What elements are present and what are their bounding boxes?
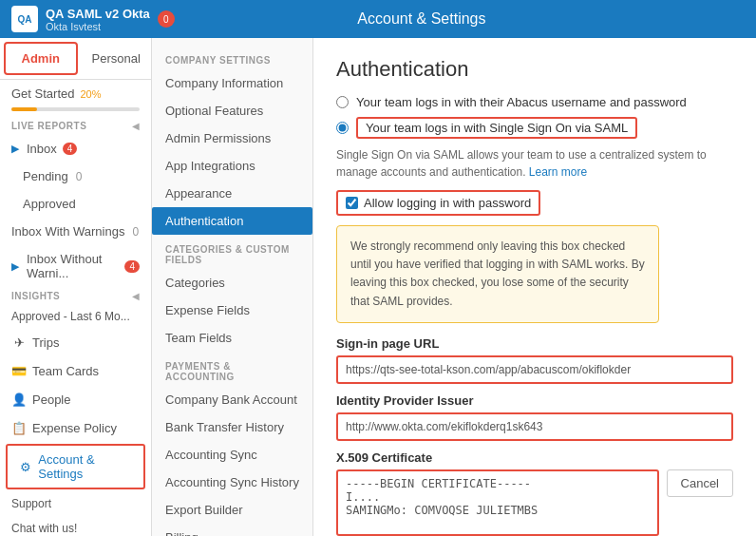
sidebar-item-approved[interactable]: Approved (0, 190, 151, 218)
mid-section-company-settings: COMPANY SETTINGS (152, 46, 312, 69)
mid-item-billing[interactable]: Billing (152, 524, 312, 536)
inbox-no-warn-expand-icon: ▶ (11, 260, 19, 273)
sign-in-url-input[interactable] (336, 355, 733, 384)
mid-item-authentication[interactable]: Authentication (152, 207, 312, 235)
mid-section-payments: PAYMENTS & ACCOUNTING (152, 352, 312, 386)
mid-item-company-information[interactable]: Company Information (152, 69, 312, 97)
sidebar-item-account-settings[interactable]: ⚙ Account & Settings (6, 444, 145, 489)
chat-link[interactable]: Chat with us! (0, 516, 151, 536)
team-cards-icon: 💳 (11, 363, 27, 378)
insights-collapse-icon[interactable]: ◀ (132, 291, 140, 301)
sidebar-item-pending[interactable]: Pending 0 (0, 163, 151, 190)
radio-password-label: Your team logs in with their Abacus user… (356, 95, 687, 109)
sidebar-item-expense-policy[interactable]: 📋 Expense Policy (0, 413, 151, 442)
account-settings-icon: ⚙ (19, 459, 32, 474)
idp-issuer-label: Identity Provider Issuer (336, 393, 733, 408)
live-reports-collapse-icon[interactable]: ◀ (132, 121, 140, 131)
company-name: QA SAML v2 Okta Okta Isvtest (46, 7, 150, 32)
allow-password-checkbox-row[interactable]: Allow logging in with password (336, 190, 540, 216)
mid-item-app-integrations[interactable]: App Integrations (152, 152, 312, 180)
sidebar-item-team-cards[interactable]: 💳 Team Cards (0, 356, 151, 385)
top-bar: QA QA SAML v2 Okta Okta Isvtest 0 Accoun… (0, 0, 756, 38)
mid-item-company-bank-account[interactable]: Company Bank Account (152, 386, 312, 413)
mid-item-optional-features[interactable]: Optional Features (152, 97, 312, 124)
sidebar-item-inbox[interactable]: ▶ Inbox 4 (0, 135, 151, 163)
saml-description: Single Sign On via SAML allows your team… (336, 146, 733, 181)
sidebar-item-trips[interactable]: ✈ Trips (0, 328, 151, 356)
tab-personal[interactable]: Personal (82, 38, 152, 79)
company-info: QA SAML v2 Okta Okta Isvtest (46, 7, 150, 32)
expense-policy-icon: 📋 (11, 420, 27, 435)
cert-area: -----BEGIN CERTIFICATE----- I.... SAMING… (336, 469, 659, 536)
support-link[interactable]: Support (0, 491, 151, 516)
cert-textarea[interactable]: -----BEGIN CERTIFICATE----- I.... SAMING… (336, 469, 659, 536)
get-started-row[interactable]: Get Started 20% (0, 80, 151, 107)
learn-more-link[interactable]: Learn more (529, 165, 587, 179)
page-header-title: Account & Settings (357, 10, 485, 28)
mid-item-admin-permissions[interactable]: Admin Permissions (152, 124, 312, 152)
people-icon: 👤 (11, 392, 27, 407)
mid-item-expense-fields[interactable]: Expense Fields (152, 297, 312, 324)
inbox-warnings-badge: 0 (132, 225, 139, 239)
insights-section-header: INSIGHTS ◀ (0, 287, 151, 305)
get-started-label: Get Started (11, 86, 74, 101)
tab-admin[interactable]: Admin (4, 42, 78, 75)
mid-item-appearance[interactable]: Appearance (152, 180, 312, 207)
allow-password-label: Allow logging in with password (364, 196, 531, 210)
sign-in-url-label: Sign-in page URL (336, 336, 733, 351)
radio-saml-label: Your team logs in with Single Sign On vi… (356, 117, 637, 139)
cert-row: -----BEGIN CERTIFICATE----- I.... SAMING… (336, 469, 733, 536)
main-title: Authentication (336, 57, 733, 82)
radio-option-saml[interactable]: Your team logs in with Single Sign On vi… (336, 117, 733, 139)
progress-percent: 20% (80, 88, 101, 100)
mid-section-categories: CATEGORIES & CUSTOM FIELDS (152, 235, 312, 269)
mid-item-team-fields[interactable]: Team Fields (152, 324, 312, 352)
sidebar-item-approved-6mo[interactable]: Approved - Last 6 Mo... (0, 305, 151, 328)
radio-saml-input[interactable] (336, 122, 349, 134)
radio-password-input[interactable] (336, 96, 349, 108)
mid-item-categories[interactable]: Categories (152, 269, 312, 297)
warning-box: We strongly recommend only leaving this … (336, 225, 659, 323)
progress-bar-bg (11, 107, 140, 111)
sidebar-item-inbox-warnings[interactable]: Inbox With Warnings 0 (0, 218, 151, 245)
mid-sidebar: COMPANY SETTINGS Company Information Opt… (152, 38, 313, 536)
progress-bar-fill (11, 107, 37, 111)
sidebar-item-inbox-no-warnings[interactable]: ▶ Inbox Without Warni... 4 (0, 245, 151, 287)
sidebar-item-people[interactable]: 👤 People (0, 385, 151, 413)
mid-item-export-builder[interactable]: Export Builder (152, 496, 312, 524)
inbox-no-warn-badge: 4 (124, 260, 140, 273)
notification-badge[interactable]: 0 (158, 10, 175, 28)
main-content: Authentication Your team logs in with th… (313, 38, 756, 536)
app-logo: QA (11, 6, 38, 32)
admin-personal-tabs: Admin Personal (0, 38, 151, 80)
pending-badge: 0 (76, 170, 83, 183)
trips-icon: ✈ (11, 335, 27, 350)
top-bar-left: QA QA SAML v2 Okta Okta Isvtest 0 (11, 6, 175, 32)
allow-password-checkbox[interactable] (346, 197, 358, 209)
inbox-expand-icon: ▶ (11, 143, 19, 155)
idp-issuer-input[interactable] (336, 412, 733, 441)
left-sidebar: Admin Personal Get Started 20% LIVE REPO… (0, 38, 152, 536)
mid-item-accounting-sync-history[interactable]: Accounting Sync History (152, 469, 312, 496)
cert-label: X.509 Certificate (336, 450, 733, 465)
main-layout: Admin Personal Get Started 20% LIVE REPO… (0, 38, 756, 536)
mid-item-accounting-sync[interactable]: Accounting Sync (152, 441, 312, 469)
cancel-button[interactable]: Cancel (667, 469, 733, 497)
radio-option-password[interactable]: Your team logs in with their Abacus user… (336, 95, 733, 109)
inbox-badge: 4 (63, 143, 78, 155)
mid-item-bank-transfer-history[interactable]: Bank Transfer History (152, 413, 312, 441)
live-reports-section-header: LIVE REPORTS ◀ (0, 117, 151, 135)
